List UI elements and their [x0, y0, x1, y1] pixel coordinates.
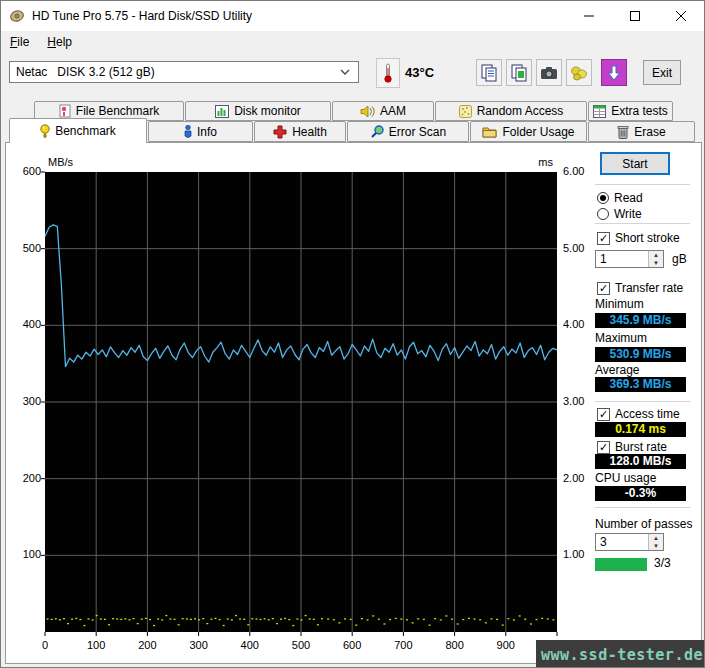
start-button[interactable]: Start — [600, 152, 670, 175]
tab-disk-monitor[interactable]: Disk monitor — [185, 101, 331, 121]
tick-label: 100 — [8, 548, 41, 560]
random-access-icon — [459, 105, 472, 118]
tab-folder-usage[interactable]: Folder Usage — [470, 121, 587, 142]
tick-label: 200 — [8, 472, 41, 484]
tick-label: 300 — [8, 395, 41, 407]
file-benchmark-icon — [59, 104, 71, 118]
passes-label: Number of passes — [595, 517, 692, 531]
read-radio[interactable]: Read — [597, 191, 643, 205]
passes-progress-bar — [595, 558, 647, 571]
tab-label: AAM — [380, 104, 406, 118]
tab-label: Erase — [634, 125, 665, 139]
temperature-button[interactable] — [376, 58, 400, 88]
tab-info[interactable]: Info — [148, 121, 253, 142]
tick-label: 400 — [8, 318, 41, 330]
download-arrow-icon — [607, 65, 621, 81]
passes-progress-text: 3/3 — [654, 556, 671, 570]
minimum-value: 345.9 MB/s — [595, 313, 686, 328]
separator — [595, 223, 690, 224]
extra-tests-icon — [593, 105, 606, 118]
separator — [595, 401, 690, 402]
menu-file[interactable]: File — [1, 32, 38, 52]
checkbox-checked-icon: ✓ — [597, 408, 610, 421]
average-label: Average — [595, 363, 639, 377]
tick-label: 900 — [476, 639, 536, 651]
exit-label: Exit — [652, 66, 672, 80]
title-bar: HD Tune Pro 5.75 - Hard Disk/SSD Utility — [1, 1, 704, 31]
burst-rate-label: Burst rate — [615, 440, 667, 454]
drive-selector-dropdown[interactable]: Netac DISK 3.2 (512 gB) — [9, 61, 359, 83]
maximum-value: 530.9 MB/s — [595, 347, 686, 362]
cpu-usage-label: CPU usage — [595, 471, 656, 485]
tab-label: File Benchmark — [76, 104, 159, 118]
tick-label: 6.00 — [563, 165, 584, 177]
copy-image-button[interactable] — [506, 59, 532, 86]
passes-spinner[interactable]: 3 ▲▼ — [595, 533, 664, 551]
burst-rate-value: 128.0 MB/s — [595, 454, 686, 469]
disk-monitor-icon — [215, 105, 229, 118]
write-radio[interactable]: Write — [597, 207, 642, 221]
tab-erase[interactable]: Erase — [588, 121, 695, 142]
folder-usage-icon — [482, 125, 497, 138]
tab-label: Error Scan — [389, 125, 446, 139]
menu-help[interactable]: Help — [38, 32, 81, 52]
spinner-arrows-icon[interactable]: ▲▼ — [648, 251, 663, 267]
average-value: 369.3 MB/s — [595, 377, 686, 392]
radio-unselected-icon — [597, 208, 609, 220]
minimize-button[interactable] — [566, 1, 612, 31]
tab-label: Info — [197, 125, 217, 139]
tab-label: Extra tests — [611, 104, 668, 118]
watermark-text: www.ssd-tester.de — [541, 646, 705, 664]
copy-image-icon — [510, 64, 528, 82]
tick-label: 1.00 — [563, 548, 584, 560]
access-time-label: Access time — [615, 407, 680, 421]
tab-health[interactable]: Health — [254, 121, 346, 142]
error-scan-icon — [370, 125, 384, 139]
camera-icon — [540, 66, 558, 80]
close-icon — [676, 11, 686, 21]
copy-text-icon — [480, 64, 498, 82]
checkbox-checked-icon: ✓ — [597, 441, 610, 454]
maximum-label: Maximum — [595, 331, 647, 345]
tick-label: 5.00 — [563, 242, 584, 254]
screenshot-button[interactable] — [536, 59, 562, 86]
chevron-down-icon — [340, 69, 350, 75]
access-time-value: 0.174 ms — [595, 422, 686, 437]
access-time-checkbox[interactable]: ✓ Access time — [597, 407, 680, 421]
separator — [595, 184, 690, 185]
info-icon — [184, 125, 192, 139]
tab-benchmark[interactable]: Benchmark — [9, 118, 147, 143]
minimize-icon — [584, 11, 594, 21]
maximize-button[interactable] — [612, 1, 658, 31]
benchmark-panel: MB/s ms 600500400300200100 6.005.004.003… — [5, 142, 702, 664]
tab-label: Disk monitor — [234, 104, 301, 118]
watermark: www.ssd-tester.de — [536, 640, 705, 668]
minimum-label: Minimum — [595, 297, 644, 311]
tab-extra-tests[interactable]: Extra tests — [588, 101, 673, 121]
cpu-usage-value: -0.3% — [595, 486, 686, 501]
exit-button[interactable]: Exit — [643, 60, 681, 85]
spinner-arrows-icon[interactable]: ▲▼ — [648, 534, 663, 550]
download-button[interactable] — [601, 59, 627, 86]
tab-aam[interactable]: AAM — [332, 101, 434, 121]
short-stroke-checkbox[interactable]: ✓ Short stroke — [597, 231, 680, 245]
read-label: Read — [614, 191, 643, 205]
short-stroke-value: 1 — [596, 252, 648, 266]
copy-text-button[interactable] — [476, 59, 502, 86]
burst-rate-checkbox[interactable]: ✓ Burst rate — [597, 440, 667, 454]
window-title: HD Tune Pro 5.75 - Hard Disk/SSD Utility — [32, 9, 566, 23]
tab-error-scan[interactable]: Error Scan — [347, 121, 469, 142]
tick-label: 500 — [8, 242, 41, 254]
tab-random-access[interactable]: Random Access — [435, 101, 587, 121]
export-button[interactable] — [566, 59, 592, 86]
maximize-icon — [630, 11, 640, 21]
tab-label: Random Access — [477, 104, 564, 118]
transfer-rate-checkbox[interactable]: ✓ Transfer rate — [597, 281, 683, 295]
short-stroke-unit: gB — [672, 252, 687, 266]
short-stroke-size-spinner[interactable]: 1 ▲▼ — [595, 250, 664, 268]
checkbox-checked-icon: ✓ — [597, 232, 610, 245]
write-label: Write — [614, 207, 642, 221]
passes-value: 3 — [596, 535, 648, 549]
start-label: Start — [622, 157, 647, 171]
close-button[interactable] — [658, 1, 704, 31]
